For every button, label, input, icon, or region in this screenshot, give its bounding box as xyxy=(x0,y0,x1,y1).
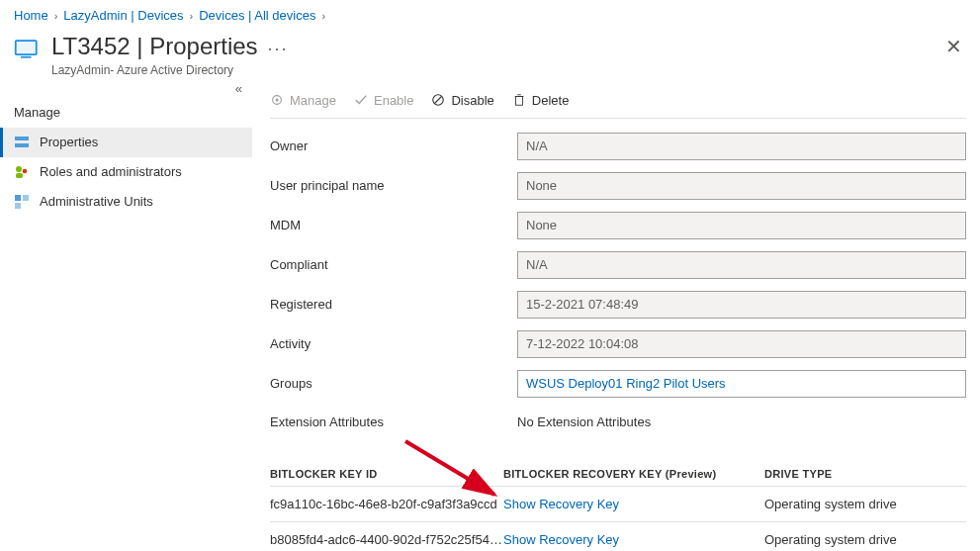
collapse-icon[interactable]: « xyxy=(235,81,242,96)
crumb-alldevices[interactable]: Devices | All devices xyxy=(199,8,315,23)
show-recovery-key-link[interactable]: Show Recovery Key xyxy=(503,497,619,511)
crumb-home[interactable]: Home xyxy=(14,8,48,23)
page-title: LT3452 | Properties xyxy=(51,33,258,61)
value-ext: No Extension Attributes xyxy=(517,410,966,434)
page-subtitle: LazyAdmin- Azure Active Directory xyxy=(51,63,258,77)
bitlocker-key-id: fc9a110c-16bc-46e8-b20f-c9af3f3a9ccd xyxy=(270,497,503,511)
row-activity: Activity xyxy=(270,330,966,358)
value-owner xyxy=(517,133,966,160)
trash-icon xyxy=(512,93,526,107)
page-header: LT3452 | Properties LazyAdmin- Azure Act… xyxy=(0,27,980,81)
svg-rect-3 xyxy=(15,137,29,140)
col-drive: DRIVE TYPE xyxy=(764,468,966,480)
svg-line-14 xyxy=(435,97,442,104)
svg-point-6 xyxy=(23,168,28,173)
svg-rect-9 xyxy=(23,195,29,201)
label-ext: Extension Attributes xyxy=(270,414,517,429)
label-owner: Owner xyxy=(270,138,517,153)
sidebar-item-roles[interactable]: Roles and administrators xyxy=(0,157,252,187)
chevron-right-icon: › xyxy=(190,10,194,22)
sidebar-item-label: Properties xyxy=(40,135,98,149)
bitlocker-header: BITLOCKER KEY ID BITLOCKER RECOVERY KEY … xyxy=(270,468,966,486)
check-icon xyxy=(354,93,368,107)
label-compliant: Compliant xyxy=(270,257,517,272)
show-recovery-key-link[interactable]: Show Recovery Key xyxy=(503,532,619,547)
enable-button[interactable]: Enable xyxy=(354,93,413,108)
row-upn: User principal name xyxy=(270,172,966,200)
svg-rect-8 xyxy=(15,195,21,201)
label-mdm: MDM xyxy=(270,218,517,232)
sidebar-item-label: Administrative Units xyxy=(40,194,153,209)
breadcrumb: Home › LazyAdmin | Devices › Devices | A… xyxy=(0,0,980,27)
properties-form: Owner User principal name MDM Compliant … xyxy=(270,119,966,551)
delete-button[interactable]: Delete xyxy=(512,93,570,108)
gear-icon xyxy=(270,93,284,107)
chevron-right-icon: › xyxy=(321,10,325,22)
chevron-right-icon: › xyxy=(54,10,58,22)
value-mdm xyxy=(517,212,966,239)
value-upn xyxy=(517,172,966,200)
row-groups: Groups WSUS Deploy01 Ring2 Pilot Users xyxy=(270,370,966,398)
label-registered: Registered xyxy=(270,297,517,312)
main-panel: Manage Enable Disable Delete Owner User … xyxy=(252,81,980,551)
properties-icon xyxy=(14,135,30,150)
bitlocker-drive-type: Operating system drive xyxy=(764,532,966,547)
value-registered xyxy=(517,291,966,319)
toolbar: Manage Enable Disable Delete xyxy=(270,87,966,119)
sidebar: « Manage Properties Roles and administra… xyxy=(0,81,252,551)
svg-point-5 xyxy=(16,166,22,172)
value-compliant xyxy=(517,251,966,279)
disable-icon xyxy=(431,93,445,107)
close-icon[interactable]: ✕ xyxy=(945,35,962,58)
bitlocker-key-id: b8085fd4-adc6-4400-902d-f752c25f54… xyxy=(270,532,503,547)
bitlocker-row: b8085fd4-adc6-4400-902d-f752c25f54… Show… xyxy=(270,521,966,551)
sidebar-item-admin-units[interactable]: Administrative Units xyxy=(0,187,252,217)
row-mdm: MDM xyxy=(270,212,966,239)
disable-button[interactable]: Disable xyxy=(431,93,493,108)
bitlocker-drive-type: Operating system drive xyxy=(764,497,966,511)
label-upn: User principal name xyxy=(270,178,517,193)
svg-rect-15 xyxy=(515,97,522,106)
crumb-devices[interactable]: LazyAdmin | Devices xyxy=(63,8,183,23)
col-key-id: BITLOCKER KEY ID xyxy=(270,468,503,480)
manage-button[interactable]: Manage xyxy=(270,93,336,108)
svg-rect-10 xyxy=(15,203,21,209)
row-compliant: Compliant xyxy=(270,251,966,279)
bitlocker-row: fc9a110c-16bc-46e8-b20f-c9af3f3a9ccd Sho… xyxy=(270,486,966,521)
svg-rect-4 xyxy=(15,143,29,147)
row-owner: Owner xyxy=(270,133,966,160)
row-ext: Extension Attributes No Extension Attrib… xyxy=(270,410,966,434)
svg-rect-2 xyxy=(21,56,32,58)
svg-point-12 xyxy=(275,99,278,102)
sidebar-section-header: Manage xyxy=(0,87,252,128)
roles-icon xyxy=(14,164,30,180)
svg-rect-7 xyxy=(16,173,23,178)
sidebar-item-label: Roles and administrators xyxy=(40,164,182,179)
col-recovery: BITLOCKER RECOVERY KEY (Preview) xyxy=(503,468,764,480)
admin-units-icon xyxy=(14,194,30,210)
value-groups[interactable]: WSUS Deploy01 Ring2 Pilot Users xyxy=(517,370,966,398)
more-icon[interactable]: ··· xyxy=(268,39,289,59)
row-registered: Registered xyxy=(270,291,966,319)
device-icon xyxy=(14,37,42,60)
svg-rect-1 xyxy=(17,42,36,53)
label-groups: Groups xyxy=(270,376,517,391)
sidebar-item-properties[interactable]: Properties xyxy=(0,128,252,157)
label-activity: Activity xyxy=(270,336,517,351)
value-activity xyxy=(517,330,966,358)
